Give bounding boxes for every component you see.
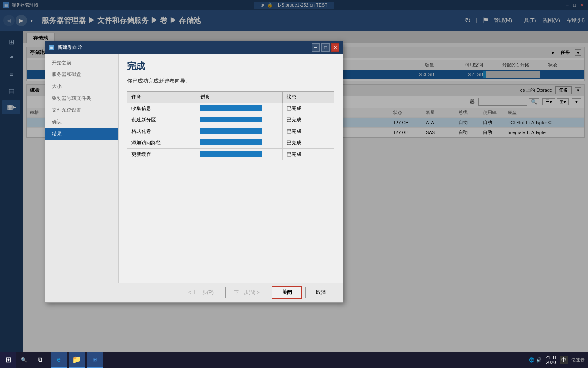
task-progress-0 [200,105,262,111]
taskbar: ⊞ 🔍 ⧉ e 📁 ⊞ 🌐 🔊 21:31 2020 中 亿速云 [0,352,588,368]
task-progress-3 [200,139,262,145]
modal-maximize-button[interactable]: □ [321,43,330,52]
table-row: 更新缓存 已完成 [127,149,334,160]
wizard-step-filesystem[interactable]: 文件系统设置 [45,104,118,116]
task-col-status: 状态 [283,92,334,103]
task-result-table: 任务 进度 状态 收集信息 已完成 创建新分区 已完成 [127,91,334,160]
table-row: 创建新分区 已完成 [127,114,334,126]
next-button[interactable]: 下一步(N) > [225,287,268,298]
modal-icon: ▦ [49,45,54,50]
wizard-step-size[interactable]: 大小 [45,81,118,92]
task-status-0: 已完成 [283,103,334,114]
task-name-4: 更新缓存 [127,149,196,160]
clock-date: 2020 [546,360,556,365]
new-volume-wizard-dialog: ▦ 新建卷向导 ─ □ ✕ 开始之前 服务器和磁盘 大小 驱动器号或文件夹 [45,41,343,303]
task-status-2: 已完成 [283,126,334,137]
modal-success-text: 你已成功完成新建卷向导。 [127,77,334,85]
task-name-3: 添加访问路径 [127,137,196,149]
close-wizard-button[interactable]: 关闭 [272,286,302,299]
lang-indicator: 中 [560,356,568,364]
table-row: 格式化卷 已完成 [127,126,334,137]
modal-title-buttons: ─ □ ✕ [312,43,339,52]
task-status-3: 已完成 [283,137,334,149]
modal-footer: < 上一步(P) 下一步(N) > 关闭 取消 [45,283,343,302]
table-row: 添加访问路径 已完成 [127,137,334,149]
modal-heading: 完成 [127,60,334,72]
modal-main-content: 完成 你已成功完成新建卷向导。 任务 进度 状态 收集信息 已完成 [119,54,343,283]
taskbar-icons: ⧉ [33,352,47,368]
clock-area: 21:31 2020 [545,355,557,365]
volume-icon: 🔊 [536,357,542,363]
wizard-step-drive[interactable]: 驱动器号或文件夹 [45,92,118,104]
network-icon: 🌐 [529,357,535,363]
task-name-1: 创建新分区 [127,114,196,126]
prev-button[interactable]: < 上一步(P) [180,287,222,298]
modal-title: 新建卷向导 [58,44,82,51]
task-view-button[interactable]: ⧉ [33,352,47,368]
wizard-step-server[interactable]: 服务器和磁盘 [45,69,118,81]
task-col-task: 任务 [127,92,196,103]
start-button[interactable]: ⊞ [0,352,16,368]
task-name-0: 收集信息 [127,103,196,114]
clock-time: 21:31 [545,355,557,360]
system-tray: 🌐 🔊 [529,357,542,363]
task-col-progress: 进度 [196,92,283,103]
task-name-2: 格式化卷 [127,126,196,137]
task-progress-4 [200,151,262,157]
taskbar-right: 🌐 🔊 21:31 2020 中 亿速云 [529,355,588,365]
task-status-4: 已完成 [283,149,334,160]
taskbar-servermanager-button[interactable]: ⊞ [87,352,103,368]
modal-sidebar: 开始之前 服务器和磁盘 大小 驱动器号或文件夹 文件系统设置 确认 结果 [45,54,119,283]
modal-body: 开始之前 服务器和磁盘 大小 驱动器号或文件夹 文件系统设置 确认 结果 完成 [45,54,343,283]
modal-minimize-button[interactable]: ─ [312,43,320,52]
modal-titlebar: ▦ 新建卷向导 ─ □ ✕ [45,41,343,54]
wizard-step-start[interactable]: 开始之前 [45,57,118,69]
search-button[interactable]: 🔍 [16,352,31,368]
task-progress-2 [200,128,262,134]
taskbar-explorer-button[interactable]: 📁 [69,352,85,368]
brand-label: 亿速云 [571,357,585,363]
wizard-step-confirm[interactable]: 确认 [45,116,118,128]
taskbar-ie-button[interactable]: e [51,352,67,368]
table-row: 收集信息 已完成 [127,103,334,114]
modal-close-button[interactable]: ✕ [331,43,339,52]
task-progress-1 [200,117,262,122]
cancel-button[interactable]: 取消 [305,287,336,298]
modal-title-left: ▦ 新建卷向导 [49,44,82,51]
wizard-step-result[interactable]: 结果 [45,128,118,140]
task-status-1: 已完成 [283,114,334,126]
